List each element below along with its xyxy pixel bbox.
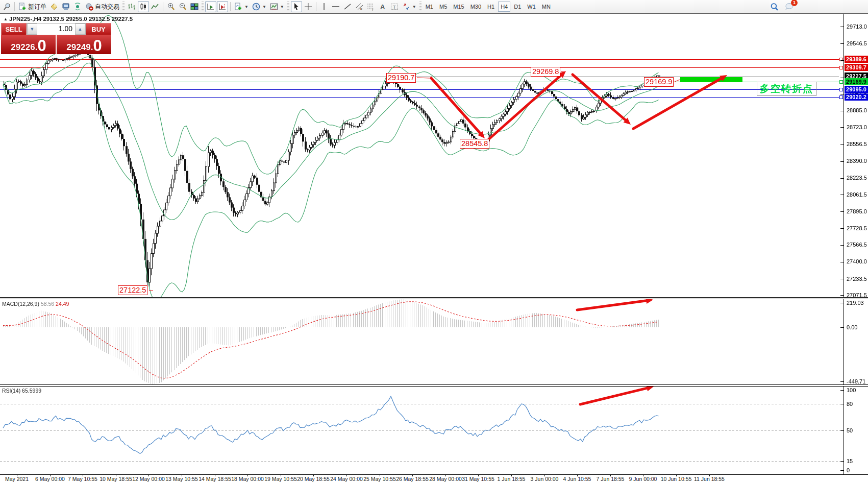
pane-separator-macd[interactable] [0,297,868,299]
main-chart-canvas[interactable] [0,14,844,297]
time-axis-label: 25 May 10:55 [363,476,396,482]
arrows-icon [402,3,410,11]
horizontal-line-tool-button[interactable] [330,1,341,12]
new-order-button[interactable]: 新订单 [17,1,48,12]
crosshair-tool-button[interactable] [303,1,314,12]
bar-chart-icon [128,3,136,11]
search-button[interactable] [768,1,780,12]
text-label-icon: T [390,3,399,11]
timeframe-h1[interactable]: H1 [485,2,497,12]
timeframe-m1[interactable]: M1 [423,2,436,12]
price-level-badge: 29095.0 [845,86,868,93]
tile-windows-button[interactable] [189,1,200,12]
time-axis-line [0,474,868,475]
timeframe-m30[interactable]: M30 [468,2,484,12]
volume-increase-button[interactable]: ▲ [75,23,85,35]
rsi-axis-tick [840,390,844,391]
arrows-tool-button[interactable]: ▼ [401,1,418,12]
trendline-tool-button[interactable] [342,1,353,12]
buy-button[interactable]: BUY [86,23,111,35]
sell-button[interactable]: SELL [1,23,27,35]
pane-separator-rsi[interactable] [0,384,868,387]
toolbar-grip [122,2,125,12]
chart-title: ▲JPN225-,H4 29132.5 29255.0 29132.5 2922… [4,16,133,22]
candlestick-chart-icon [139,3,147,11]
macd-axis-label: -449.71 [847,378,865,384]
buy-price-frac: 0 [93,38,101,54]
price-axis-label: 27895.0 [847,208,867,214]
rsi-axis-label: 15 [847,458,853,464]
crosshair-icon [304,3,312,11]
price-axis-label: 27728.5 [847,225,867,231]
time-axis-label: 3 Jun 00:00 [531,476,559,482]
sell-price[interactable]: 29226.0 [1,35,56,54]
price-annotation-label: 28545.8 [460,139,489,149]
chart-candles-button[interactable] [138,1,149,12]
chart-shift-icon [218,3,227,11]
timeframe-m5[interactable]: M5 [437,2,450,12]
price-axis-tick [840,228,844,229]
macd-pane-canvas[interactable] [0,299,844,384]
autotrading-button[interactable]: 自动交易 [84,1,121,12]
macd-axis-label: 0.00 [847,324,857,330]
signals-button[interactable] [72,1,83,12]
price-axis-label: 28061.5 [847,191,867,198]
buy-price[interactable]: 29249.0 [57,35,111,54]
zoom-out-button[interactable] [177,1,188,12]
indicators-button[interactable]: ▼ [233,1,250,12]
toolbar-separator [316,2,316,11]
zoom-in-button[interactable] [165,1,177,12]
price-axis-tick [840,111,844,111]
indicator-list-button[interactable] [48,1,60,12]
periods-button[interactable]: ▼ [251,1,268,12]
volume-decrease-button[interactable]: ▼ [27,23,37,35]
price-level-badge: 29309.7 [845,64,868,71]
trendline-icon [343,3,352,11]
time-axis-label: 10 Jun 10:55 [661,476,692,482]
rsi-axis-label: 0 [847,467,850,473]
timeframe-h4[interactable]: H4 [498,2,510,12]
price-axis-label: 27400.0 [847,258,867,264]
price-axis-tick [840,60,844,61]
chart-bars-button[interactable] [126,1,137,12]
volume-value[interactable]: 1.00 [37,23,75,35]
rsi-pane-canvas[interactable] [0,387,844,474]
time-axis-label: 11 Jun 18:55 [694,476,725,482]
auto-scroll-button[interactable] [205,1,216,12]
sell-price-main: 29226 [11,41,35,54]
price-axis-label: 27233.5 [847,276,867,282]
timeframe-d1[interactable]: D1 [511,2,524,12]
toolbar-grip [419,2,421,12]
text-label-tool-button[interactable]: T [389,1,400,12]
toolbar-right-icons: 1 [768,1,796,12]
market-watch-button[interactable] [60,1,71,12]
timeframe-w1[interactable]: W1 [525,2,538,12]
notifications-button[interactable]: 1 [783,1,796,12]
chart-shift-button[interactable] [217,1,228,12]
price-axis-label: 27566.5 [847,242,867,248]
time-axis-label: 24 May 00:00 [330,476,363,482]
timeframe-m15[interactable]: M15 [451,2,466,12]
macd-main-value: 58.56 [41,301,54,307]
svg-text:F: F [372,8,374,11]
cursor-tool-button[interactable] [291,1,302,12]
buy-price-main: 29249 [66,41,90,54]
template-icon [270,3,278,11]
toolbar-separator [14,2,15,11]
templates-button[interactable]: ▼ [268,1,286,12]
chart-line-button[interactable] [150,1,161,12]
text-tool-button[interactable]: A [377,1,388,12]
timeframe-mn[interactable]: MN [539,2,553,12]
channel-tool-button[interactable]: E [354,1,365,12]
fibonacci-tool-button[interactable]: F [365,1,377,12]
dropdown-caret: ▼ [244,5,249,9]
vertical-line-tool-button[interactable] [318,1,330,12]
tile-windows-icon [190,3,199,11]
macd-label: MACD(12,26,9) 58.56 24.49 [2,301,69,307]
notification-count-badge: 1 [791,0,798,6]
macd-signal-value: 24.49 [56,301,69,307]
price-axis-tick [840,279,844,279]
dropdown-caret: ▼ [280,5,284,9]
price-axis-tick [840,211,844,212]
clipped-toolbar-icon[interactable] [1,1,12,12]
